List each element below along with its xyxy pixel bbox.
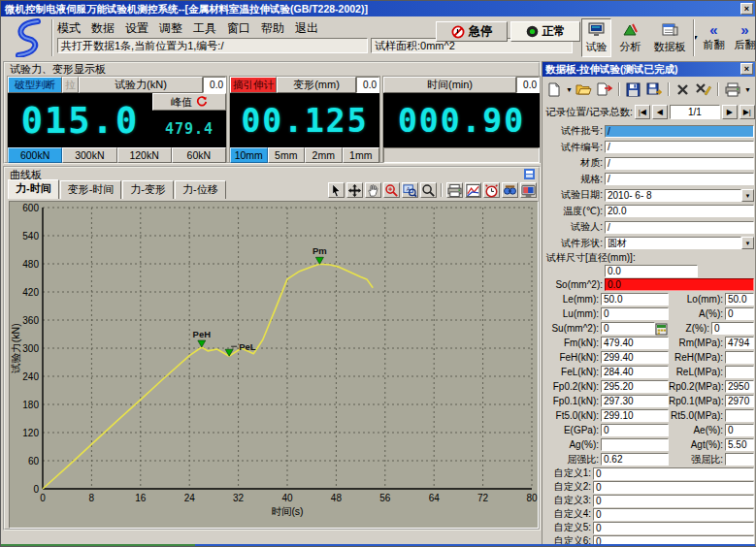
menu-item-调整[interactable]: 调整 <box>159 21 182 35</box>
field-input-Rt5.0(MPa)[interactable] <box>725 409 754 422</box>
field-input-屈强比[interactable]: 0.62 <box>601 453 669 466</box>
force-range-300kN[interactable]: 300kN <box>62 147 116 163</box>
menu-item-工具[interactable]: 工具 <box>193 21 216 35</box>
dropdown-arrow-icon[interactable]: ▼ <box>566 86 573 93</box>
record-prev-button[interactable]: ◀ <box>652 105 668 119</box>
field-input-Fp0.2(kN)[interactable]: 295.20 <box>601 380 669 393</box>
field-input-FeH(kN)[interactable]: 299.40 <box>601 351 669 364</box>
timer-icon[interactable] <box>483 182 500 198</box>
open-icon[interactable] <box>575 80 593 98</box>
field-input-A(%)[interactable]: 0 <box>725 307 754 320</box>
field-input-试件形状[interactable]: 圆材 <box>605 237 741 249</box>
deform-range-1mm[interactable]: 1mm <box>343 147 380 163</box>
field-input-Lu(mm)[interactable]: 0 <box>601 307 669 320</box>
calc-icon[interactable] <box>655 322 669 335</box>
field-input-自定义1[interactable]: 0 <box>593 467 754 480</box>
saveas-icon[interactable] <box>645 80 663 98</box>
nav-button-数据板[interactable]: 数据板▼ <box>648 18 691 57</box>
field-input-Agt(%)[interactable]: 5.50 <box>725 438 754 451</box>
field-input-Rm(MPa)[interactable]: 4794 <box>725 337 754 349</box>
deleteall-icon[interactable] <box>695 80 712 98</box>
field-input-材质[interactable]: / <box>605 157 754 170</box>
nav-button-分析[interactable]: 分析 <box>615 18 645 57</box>
field-input-自定义2[interactable]: 0 <box>593 481 754 494</box>
menu-item-数据[interactable]: 数据 <box>91 21 115 35</box>
print-icon[interactable] <box>446 182 463 198</box>
menu-item-帮助[interactable]: 帮助 <box>261 21 284 35</box>
menu-item-设置[interactable]: 设置 <box>125 21 148 35</box>
field-input-温度(℃)[interactable]: 20.0 <box>605 205 754 217</box>
print-icon[interactable] <box>724 80 741 98</box>
nav-button-前翻[interactable]: «前翻 <box>699 18 729 57</box>
close-icon[interactable]: × <box>740 3 753 15</box>
field-input-Lo(mm)[interactable]: 50.0 <box>725 293 754 306</box>
record-first-button[interactable]: |◀ <box>635 105 650 119</box>
size-input[interactable]: 0.0 <box>605 265 698 277</box>
field-input-试件编号[interactable]: / <box>605 141 754 153</box>
export-icon[interactable] <box>596 80 613 98</box>
tab-力-位移[interactable]: 力-位移 <box>175 180 226 199</box>
datasheet-close-icon[interactable]: × <box>740 63 753 75</box>
delete-icon[interactable] <box>674 80 692 98</box>
panel-float-icon[interactable] <box>524 169 535 179</box>
move-icon[interactable] <box>346 182 363 198</box>
record-last-button[interactable]: ▶| <box>740 105 755 119</box>
field-input-Rp0.1(MPa)[interactable]: 2970 <box>725 395 754 407</box>
menu-item-退出[interactable]: 退出 <box>295 21 318 35</box>
display-icon[interactable] <box>520 182 537 198</box>
force-range-60kN[interactable]: 60kN <box>172 147 226 163</box>
field-input-E(GPa)[interactable]: 0 <box>601 424 669 436</box>
tab-力-时间[interactable]: 力-时间 <box>8 179 59 199</box>
field-input-Le(mm)[interactable]: 50.0 <box>601 293 669 306</box>
dropdown-arrow-icon[interactable]: ▼ <box>744 86 751 93</box>
field-input-试件批号[interactable]: / <box>605 125 754 138</box>
field-input-Ft5.0(kN)[interactable]: 299.10 <box>601 409 669 422</box>
field-input-试验日期[interactable]: 2010- 6- 8 <box>605 189 741 202</box>
emergency-stop-button[interactable]: 急停 <box>436 21 508 42</box>
tab-力-变形[interactable]: 力-变形 <box>122 180 174 199</box>
field-input-强屈比[interactable] <box>725 453 754 466</box>
field-input-试验人[interactable]: / <box>605 221 754 234</box>
so-input[interactable]: 0.0 <box>605 278 754 291</box>
field-input-Fm(kN)[interactable]: 479.40 <box>601 337 669 349</box>
hand-icon[interactable] <box>365 182 381 198</box>
nav-button-试验[interactable]: 试验 <box>581 18 611 57</box>
deform-range-5mm[interactable]: 5mm <box>268 147 306 163</box>
new-icon[interactable] <box>545 80 563 98</box>
remove-extensometer-button[interactable]: 摘引伸计 <box>230 77 277 93</box>
field-input-Ae(%)[interactable]: 0 <box>725 424 754 436</box>
deform-range-10mm[interactable]: 10mm <box>230 147 268 163</box>
field-input-FeL(kN)[interactable]: 284.40 <box>601 366 669 378</box>
menu-item-模式[interactable]: 模式 <box>57 21 81 35</box>
menu-item-窗口[interactable]: 窗口 <box>227 21 250 35</box>
record-next-button[interactable]: ▶ <box>722 105 738 119</box>
field-input-自定义4[interactable]: 0 <box>593 508 754 521</box>
field-input-自定义3[interactable]: 0 <box>593 495 754 507</box>
zoom-window-icon[interactable]: A <box>402 182 418 198</box>
normal-status-button[interactable]: 正常 <box>510 21 580 42</box>
zoom-in-icon[interactable] <box>383 182 400 198</box>
save-icon[interactable] <box>625 80 642 98</box>
field-input-Ag(%)[interactable] <box>601 438 669 451</box>
field-input-规格[interactable]: / <box>605 173 754 185</box>
search-icon[interactable] <box>502 182 518 198</box>
curve-options-icon[interactable] <box>465 182 481 198</box>
force-time-chart[interactable]: 0601201802403003604204805406000816243240… <box>9 201 539 529</box>
nav-button-后翻[interactable]: »后翻 <box>730 18 756 57</box>
field-input-Z(%)[interactable]: 0 <box>711 322 754 335</box>
field-input-Fp0.1(kN)[interactable]: 297.30 <box>601 395 669 407</box>
zoom-icon[interactable] <box>420 182 437 198</box>
field-input-Rp0.2(MPa)[interactable]: 2950 <box>725 380 754 393</box>
break-judge-button[interactable]: 破型判断 <box>8 77 62 93</box>
field-input-ReH(MPa)[interactable] <box>725 351 754 364</box>
peak-button[interactable]: 峰值 <box>152 93 226 111</box>
deform-range-2mm[interactable]: 2mm <box>305 147 343 163</box>
dropdown-arrow-icon[interactable]: ▼ <box>741 237 754 249</box>
field-input-自定义5[interactable]: 0 <box>593 522 754 534</box>
field-input-ReL(MPa)[interactable] <box>725 366 754 378</box>
dropdown-arrow-icon[interactable]: ▼ <box>741 189 754 202</box>
force-range-120kN[interactable]: 120kN <box>117 147 172 163</box>
field-input-Su(mm^2)[interactable]: 0 <box>601 322 655 335</box>
tension-button[interactable]: 拉 <box>62 77 79 93</box>
force-range-600kN[interactable]: 600kN <box>8 147 62 163</box>
